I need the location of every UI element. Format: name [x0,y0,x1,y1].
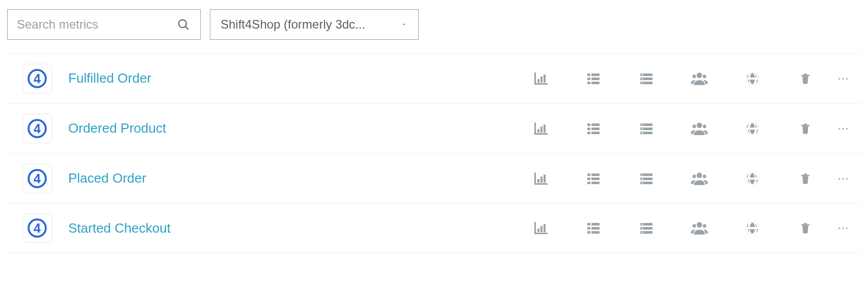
people-icon[interactable] [691,219,708,237]
search-input[interactable] [17,17,191,32]
integration-logo [22,164,52,193]
globe-icon[interactable] [744,219,761,237]
integration-logo [22,213,52,243]
list-icon[interactable] [585,120,602,137]
globe-icon[interactable] [744,170,761,187]
chart-icon[interactable] [532,219,549,237]
server-icon[interactable] [638,170,655,187]
integration-logo [22,114,52,143]
toolbar: Shift4Shop (formerly 3dc... [7,9,861,53]
metric-link[interactable]: Placed Order [68,170,532,186]
row-actions: ⋯ [532,70,861,87]
metric-row: Ordered Product ⋯ [7,103,861,153]
metric-link[interactable]: Ordered Product [68,120,532,136]
chart-icon[interactable] [532,120,549,137]
server-icon[interactable] [638,120,655,137]
more-icon[interactable]: ⋯ [835,72,851,85]
chart-icon[interactable] [532,70,549,87]
metric-row: Placed Order ⋯ [7,153,861,203]
server-icon[interactable] [638,219,655,237]
metric-row: Fulfilled Order ⋯ [7,53,861,103]
people-icon[interactable] [691,120,708,137]
list-icon[interactable] [585,70,602,87]
list-icon[interactable] [585,219,602,237]
search-box[interactable] [7,9,201,40]
more-icon[interactable]: ⋯ [835,172,851,185]
integration-logo [22,64,52,93]
more-icon[interactable]: ⋯ [835,122,851,135]
trash-icon[interactable] [797,170,814,187]
trash-icon[interactable] [797,219,814,237]
metric-link[interactable]: Fulfilled Order [68,70,532,86]
people-icon[interactable] [691,70,708,87]
more-icon[interactable]: ⋯ [835,221,851,235]
row-actions: ⋯ [532,219,861,237]
trash-icon[interactable] [797,70,814,87]
chevron-down-icon [400,20,408,29]
row-actions: ⋯ [532,120,861,137]
integration-dropdown[interactable]: Shift4Shop (formerly 3dc... [210,9,419,40]
search-icon[interactable] [175,16,192,33]
server-icon[interactable] [638,70,655,87]
trash-icon[interactable] [797,120,814,137]
metrics-list: Fulfilled Order ⋯ Ordered Product ⋯ Plac… [7,53,861,253]
people-icon[interactable] [691,170,708,187]
dropdown-label: Shift4Shop (formerly 3dc... [221,17,396,32]
globe-icon[interactable] [744,120,761,137]
metric-row: Started Checkout ⋯ [7,203,861,253]
list-icon[interactable] [585,170,602,187]
globe-icon[interactable] [744,70,761,87]
chart-icon[interactable] [532,170,549,187]
metric-link[interactable]: Started Checkout [68,220,532,236]
svg-line-1 [185,27,188,29]
row-actions: ⋯ [532,170,861,187]
